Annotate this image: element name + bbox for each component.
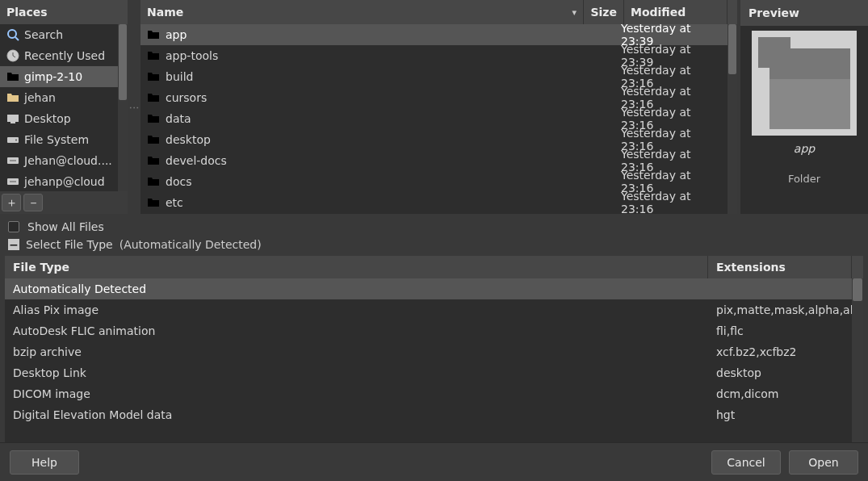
places-item-cloud1[interactable]: Jehan@cloud.... <box>0 150 118 171</box>
dialog-button-bar: Help Cancel Open <box>0 442 868 481</box>
drive-icon <box>6 133 19 146</box>
file-type-row[interactable]: DICOM image dcm,dicom <box>5 383 852 404</box>
file-type-label: Automatically Detected <box>5 282 708 295</box>
file-type-extensions: xcf.bz2,xcfbz2 <box>708 345 852 358</box>
folder-icon <box>6 70 19 83</box>
user-icon <box>6 91 19 104</box>
places-scrollbar-thumb[interactable] <box>119 24 127 100</box>
folder-icon <box>147 133 160 146</box>
places-button-bar: ＋ － <box>0 191 128 214</box>
places-item-search[interactable]: Search <box>0 24 118 45</box>
show-all-files-label: Show All Files <box>27 220 104 233</box>
places-item-label: jehanp@cloud <box>24 175 105 188</box>
search-icon <box>6 28 19 41</box>
places-item-label: Recently Used <box>24 49 105 62</box>
places-header: Places <box>0 0 128 24</box>
file-name-label: app-tools <box>166 49 218 62</box>
file-list-scrollbar-thumb[interactable] <box>728 24 736 74</box>
places-item-label: Desktop <box>24 112 71 125</box>
show-all-files-checkbox[interactable] <box>8 221 19 232</box>
folder-icon <box>147 175 160 188</box>
file-name-label: cursors <box>166 91 207 104</box>
folder-icon <box>147 28 160 41</box>
file-name-label: app <box>166 28 187 41</box>
file-type-panel: File Type Extensions Automatically Detec… <box>0 256 868 442</box>
folder-icon <box>147 196 160 209</box>
sort-indicator-icon: ▾ <box>572 7 577 18</box>
places-item-label: jehan <box>24 91 56 104</box>
preview-item-kind: Folder <box>788 173 820 185</box>
show-all-files-row[interactable]: Show All Files <box>8 220 860 233</box>
places-item-label: Search <box>24 28 63 41</box>
file-type-extensions: hgt <box>708 408 852 421</box>
file-name-label: etc <box>166 196 183 209</box>
help-button[interactable]: Help <box>10 450 79 475</box>
folder-icon <box>147 49 160 62</box>
places-scrollbar[interactable] <box>118 24 128 191</box>
file-type-row[interactable]: Alias Pix image pix,matte,mask,alpha,als <box>5 299 852 320</box>
folder-icon <box>147 112 160 125</box>
places-list: Search Recently Used gimp-2-10 jehan Des… <box>0 24 118 191</box>
file-name-label: devel-docs <box>166 154 227 167</box>
file-type-label: Desktop Link <box>5 366 708 379</box>
preview-header: Preview <box>740 0 868 26</box>
file-type-label: AutoDesk FLIC animation <box>5 324 708 337</box>
folder-icon <box>147 154 160 167</box>
places-item-recent[interactable]: Recently Used <box>0 45 118 66</box>
remove-bookmark-button[interactable]: － <box>23 194 43 211</box>
file-type-scrollbar[interactable] <box>852 278 863 442</box>
select-file-type-label: Select File Type <box>26 238 113 251</box>
file-type-label: Alias Pix image <box>5 303 708 316</box>
places-item-desktop[interactable]: Desktop <box>0 108 118 129</box>
clock-icon <box>6 49 19 62</box>
column-header-modified[interactable]: Modified <box>624 0 728 24</box>
file-name-label: build <box>166 70 193 83</box>
places-item-cloud2[interactable]: jehanp@cloud <box>0 171 118 191</box>
file-type-label: bzip archive <box>5 345 708 358</box>
net-icon <box>6 154 19 167</box>
file-name-label: desktop <box>166 133 211 146</box>
net-icon <box>6 175 19 188</box>
file-type-row[interactable]: AutoDesk FLIC animation fli,flc <box>5 320 852 341</box>
file-list-header: Name ▾ Size Modified <box>140 0 737 24</box>
column-header-name[interactable]: Name ▾ <box>140 0 584 24</box>
open-button[interactable]: Open <box>789 450 858 475</box>
file-type-row[interactable]: Automatically Detected <box>5 278 852 299</box>
add-bookmark-button[interactable]: ＋ <box>2 194 21 211</box>
preview-thumbnail <box>752 31 857 136</box>
file-type-row[interactable]: bzip archive xcf.bz2,xcfbz2 <box>5 341 852 362</box>
places-item-gimp[interactable]: gimp-2-10 <box>0 66 118 87</box>
file-type-extensions: fli,flc <box>708 324 852 337</box>
file-type-label: DICOM image <box>5 387 708 400</box>
file-type-extensions: dcm,dicom <box>708 387 852 400</box>
file-type-header: File Type Extensions <box>5 256 863 278</box>
selected-file-type-label: (Automatically Detected) <box>120 238 262 251</box>
file-list-scrollbar[interactable] <box>728 24 737 214</box>
file-name-label: data <box>166 112 191 125</box>
file-type-extensions: pix,matte,mask,alpha,als <box>708 303 852 316</box>
places-item-jehan[interactable]: jehan <box>0 87 118 108</box>
column-header-name-label: Name <box>147 6 183 19</box>
places-item-fs[interactable]: File System <box>0 129 118 150</box>
column-header-file-type[interactable]: File Type <box>5 256 708 278</box>
cancel-button[interactable]: Cancel <box>711 450 781 475</box>
file-type-row[interactable]: Desktop Link desktop <box>5 362 852 383</box>
places-item-label: File System <box>24 133 89 146</box>
folder-icon <box>147 91 160 104</box>
file-type-expander[interactable]: − Select File Type (Automatically Detect… <box>8 238 860 251</box>
column-header-size[interactable]: Size <box>584 0 624 24</box>
file-list-panel: Name ▾ Size Modified app Yesterday at 23… <box>140 0 737 214</box>
places-panel: Places Search Recently Used gimp-2-10 je… <box>0 0 128 214</box>
expander-toggle-icon[interactable]: − <box>8 239 19 250</box>
file-type-scrollbar-thumb[interactable] <box>853 278 862 301</box>
file-type-extensions: desktop <box>708 366 852 379</box>
file-name-label: docs <box>166 175 191 188</box>
preview-item-name: app <box>794 142 815 155</box>
file-row[interactable]: etc Yesterday at 23:16 <box>140 192 728 213</box>
column-header-extensions[interactable]: Extensions <box>708 256 852 278</box>
file-type-label: Digital Elevation Model data <box>5 408 708 421</box>
file-type-row[interactable]: Digital Elevation Model data hgt <box>5 404 852 425</box>
splitter-handle[interactable]: ⋮ <box>131 0 137 214</box>
desk-icon <box>6 112 19 125</box>
places-item-label: gimp-2-10 <box>24 70 82 83</box>
